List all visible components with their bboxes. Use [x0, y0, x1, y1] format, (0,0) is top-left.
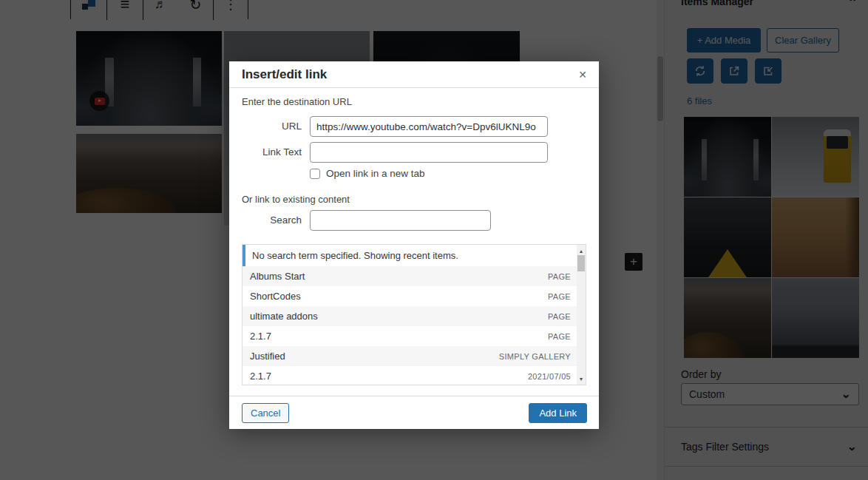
url-input[interactable]	[310, 116, 548, 137]
cancel-button[interactable]: Cancel	[242, 403, 289, 423]
list-item[interactable]: 2.1.7 2021/07/05	[243, 366, 578, 385]
dialog-header: Insert/edit link	[229, 61, 599, 88]
item-type: PAGE	[548, 292, 571, 301]
list-item[interactable]: 2.1.7 PAGE	[243, 326, 578, 346]
insert-edit-link-dialog: Insert/edit link Enter the destination U…	[229, 61, 599, 429]
search-notice: No search term specified. Showing recent…	[243, 245, 578, 266]
item-title: ultimate addons	[250, 311, 318, 322]
list-item[interactable]: ultimate addons PAGE	[243, 306, 578, 326]
item-type: SIMPLY GALLERY	[499, 352, 571, 361]
item-title: 2.1.7	[250, 331, 271, 342]
item-title: Albums Start	[250, 271, 305, 282]
link-text-label: Link Text	[229, 146, 302, 158]
item-title: 2.1.7	[250, 371, 271, 382]
dialog-title: Insert/edit link	[242, 67, 327, 82]
item-title: ShortCodes	[250, 291, 301, 302]
divider	[229, 396, 599, 396]
add-link-button[interactable]: Add Link	[529, 403, 587, 423]
list-item[interactable]: Albums Start PAGE	[243, 266, 578, 286]
list-item[interactable]: Justified SIMPLY GALLERY	[243, 346, 578, 366]
item-date: 2021/07/05	[528, 372, 571, 381]
link-text-input[interactable]	[310, 142, 548, 163]
url-section-label: Enter the destination URL	[242, 96, 352, 107]
scroll-up-icon[interactable]	[577, 246, 586, 255]
item-type: PAGE	[548, 332, 571, 341]
list-scrollbar-thumb[interactable]	[577, 255, 585, 271]
existing-content-label: Or link to existing content	[242, 194, 350, 205]
item-type: PAGE	[548, 272, 571, 281]
recent-items-list: No search term specified. Showing recent…	[242, 244, 586, 385]
item-title: Justified	[250, 351, 285, 362]
url-label: URL	[229, 121, 302, 132]
list-item[interactable]: ShortCodes PAGE	[243, 286, 578, 306]
item-type: PAGE	[548, 312, 571, 321]
list-scrollbar[interactable]	[577, 245, 586, 385]
close-icon[interactable]	[571, 63, 594, 87]
open-new-tab-checkbox[interactable]	[310, 169, 320, 179]
open-new-tab-label: Open link in a new tab	[326, 168, 425, 179]
scroll-down-icon[interactable]	[577, 374, 586, 383]
search-input[interactable]	[310, 210, 491, 231]
search-label: Search	[229, 214, 302, 226]
